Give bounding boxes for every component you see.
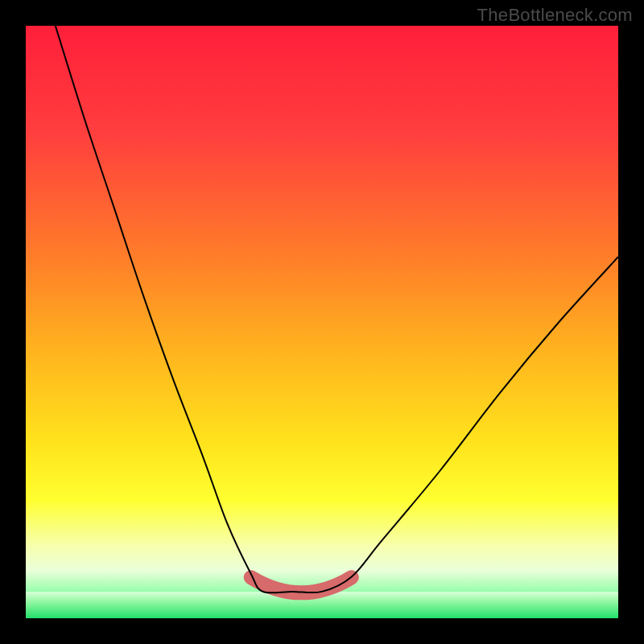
chart-frame: TheBottleneck.com — [0, 0, 644, 644]
plot-area — [26, 26, 618, 618]
plateau-highlight — [251, 577, 352, 592]
watermark-text: TheBottleneck.com — [477, 5, 633, 26]
bottleneck-curve-path — [56, 26, 618, 593]
bottleneck-curve-svg — [26, 26, 618, 618]
